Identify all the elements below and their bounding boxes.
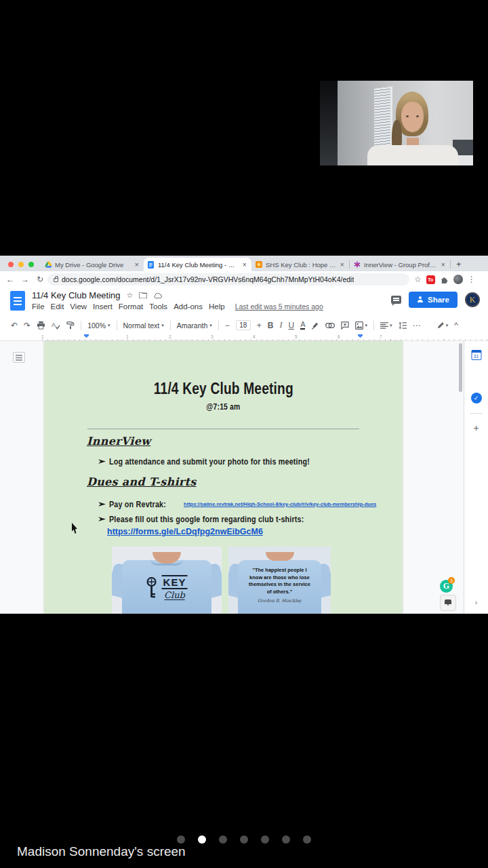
account-avatar[interactable]: K [465, 292, 480, 307]
tab-title: SHS Key Club : Hope Clinic Th [266, 261, 337, 269]
tab-innerview[interactable]: InnerView - Group Profile - Ka × [350, 258, 450, 271]
tshirt-quote: "The happiest people I know are those wh… [247, 567, 312, 604]
page-dot[interactable] [303, 835, 311, 844]
menu-tools[interactable]: Tools [149, 302, 167, 311]
bookmark-star-icon[interactable]: ☆ [414, 275, 422, 284]
close-window-button[interactable] [8, 262, 14, 267]
tab-close-icon[interactable]: × [441, 260, 446, 269]
more-options-icon[interactable]: ⋯ [413, 321, 421, 330]
revtrak-link[interactable]: https://saline.revtrak.net/High-School-8… [184, 501, 376, 507]
tab-close-icon[interactable]: × [242, 260, 247, 269]
document-status-cloud-icon[interactable] [153, 292, 162, 300]
webcam-preview[interactable] [320, 81, 473, 165]
extension-to-icon[interactable]: To [426, 275, 435, 284]
document-scrollbar[interactable] [459, 343, 462, 392]
google-docs-icon [148, 261, 155, 269]
page-dot[interactable] [177, 835, 185, 844]
grammarly-toggle-button[interactable] [440, 595, 456, 611]
extensions-puzzle-icon[interactable] [440, 275, 449, 284]
page-url[interactable]: docs.google.com/document/d/1_JsrX17v92nv… [62, 275, 354, 283]
add-addon-button[interactable]: + [473, 422, 479, 433]
page-dot[interactable] [261, 835, 269, 844]
menu-edit[interactable]: Edit [51, 302, 64, 311]
move-to-folder-icon[interactable] [139, 292, 147, 300]
reload-button[interactable]: ↻ [33, 275, 47, 284]
increase-font-size-button[interactable]: + [257, 321, 262, 330]
spellcheck-icon[interactable]: A [52, 321, 60, 330]
bold-button[interactable]: B [268, 321, 274, 330]
forms-link[interactable]: https://forms.gle/LcDqfpg2nwEibGcM6 [107, 527, 263, 536]
tshirt-neck [266, 552, 294, 561]
webcam-person-eye [406, 115, 409, 117]
last-edit-link[interactable]: Last edit was 5 minutes ago [235, 302, 323, 311]
paragraph-style-select[interactable]: Normal text▾ [123, 321, 164, 330]
page-dot-active[interactable] [198, 835, 206, 844]
menu-help[interactable]: Help [209, 302, 225, 311]
page-dot[interactable] [240, 835, 248, 844]
share-button[interactable]: Share [409, 292, 458, 308]
page-indicator-dots[interactable] [0, 835, 488, 844]
insert-link-icon[interactable] [325, 323, 335, 328]
star-document-icon[interactable]: ☆ [127, 291, 134, 300]
font-select[interactable]: Amaranth▾ [177, 321, 212, 330]
tab-key-club-meeting[interactable]: 11/4 Key Club Meeting - Goog × [144, 258, 251, 271]
document-title[interactable]: 11/4 Key Club Meeting [32, 290, 121, 300]
page-dot[interactable] [219, 835, 227, 844]
menu-addons[interactable]: Add-ons [174, 302, 203, 311]
menu-file[interactable]: File [32, 302, 45, 311]
document-page[interactable]: 11/4 Key Club Meeting @7:15 am InnerView… [44, 341, 403, 614]
zoom-window-button[interactable] [28, 262, 34, 267]
open-comments-icon[interactable] [391, 296, 401, 304]
text-color-button[interactable]: A [300, 321, 305, 330]
print-icon[interactable] [37, 321, 45, 330]
browser-profile-avatar[interactable] [453, 275, 463, 284]
right-indent-marker[interactable] [358, 334, 363, 338]
font-size-field[interactable]: 18 [236, 320, 251, 330]
window-controls[interactable] [0, 262, 41, 271]
editing-mode-icon[interactable]: ▾ [437, 321, 449, 329]
redo-icon[interactable]: ↷ [24, 321, 30, 330]
horizontal-rule [87, 429, 359, 429]
back-button[interactable]: ← [3, 275, 18, 284]
tab-close-icon[interactable]: × [340, 260, 345, 269]
document-outline-icon[interactable] [13, 352, 25, 363]
new-tab-button[interactable]: + [451, 259, 467, 271]
bullet-attendance: Log attendance and submit your photo for… [98, 456, 360, 467]
menu-insert[interactable]: Insert [93, 302, 113, 311]
tab-shs-key-club[interactable]: SHS Key Club : Hope Clinic Th × [251, 258, 349, 271]
highlight-color-icon[interactable] [311, 321, 319, 330]
align-icon[interactable]: ▾ [380, 322, 392, 329]
undo-icon[interactable]: ↶ [11, 321, 18, 330]
calendar-icon[interactable]: 31 [471, 350, 481, 360]
tab-my-drive[interactable]: My Drive - Google Drive × [41, 258, 144, 271]
google-docs-logo[interactable] [10, 291, 25, 311]
tasks-icon[interactable]: ✓ [471, 393, 482, 403]
left-indent-marker[interactable] [84, 334, 89, 338]
collapse-panel-icon[interactable]: › [475, 599, 477, 606]
url-field[interactable]: docs.google.com/document/d/1_JsrX17v92nv… [47, 273, 409, 285]
insert-image-icon[interactable]: ▾ [355, 321, 367, 330]
shared-screen: My Drive - Google Drive × 11/4 Key Club … [0, 256, 488, 614]
collapse-toolbar-icon[interactable]: ^ [454, 321, 458, 330]
decrease-font-size-button[interactable]: − [225, 321, 230, 330]
webcam-person-face [401, 102, 424, 132]
google-drive-icon [45, 261, 52, 269]
page-dot[interactable] [282, 835, 290, 844]
browser-menu-icon[interactable]: ⋮ [468, 275, 476, 284]
ruler[interactable]: 1 1 2 3 4 5 6 7 [0, 334, 488, 341]
minimize-window-button[interactable] [18, 262, 24, 267]
underline-button[interactable]: U [288, 321, 294, 330]
insert-comment-icon[interactable] [341, 321, 349, 330]
menu-view[interactable]: View [70, 302, 87, 311]
bullet-google-form: Please fill out this google form regardi… [98, 514, 352, 524]
tab-close-icon[interactable]: × [134, 260, 140, 269]
line-spacing-icon[interactable] [399, 322, 407, 329]
italic-button[interactable]: I [279, 320, 282, 330]
key-icon [146, 577, 159, 599]
forward-button[interactable]: → [18, 275, 33, 284]
section-heading-dues: Dues and T-shirts [87, 475, 197, 488]
paint-format-icon[interactable] [66, 321, 75, 330]
bullet-arrow-icon [98, 458, 106, 465]
menu-format[interactable]: Format [119, 302, 143, 311]
zoom-select[interactable]: 100%▾ [87, 321, 110, 330]
